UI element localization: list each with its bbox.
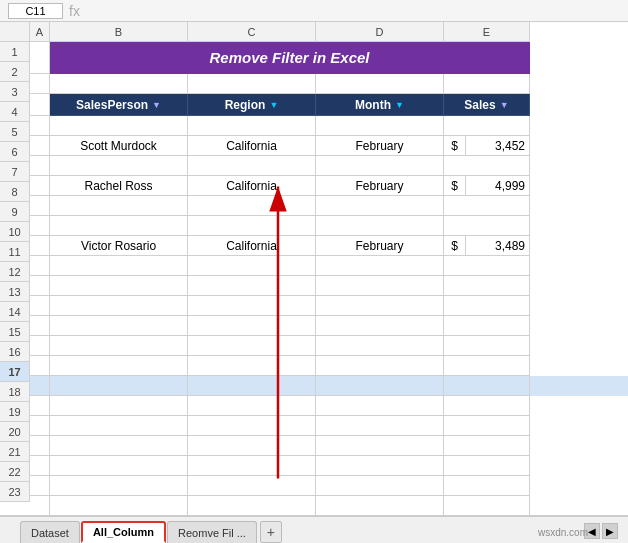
filter-region-icon[interactable]: ▼ bbox=[269, 100, 278, 110]
row-20 bbox=[30, 436, 628, 456]
watermark: wsxdn.com bbox=[538, 527, 588, 538]
row-9 bbox=[30, 216, 628, 236]
tab-allcolumn[interactable]: All_Column bbox=[81, 521, 166, 543]
cell-5D: February bbox=[316, 136, 444, 156]
cell-10E2: 3,489 bbox=[466, 236, 530, 256]
cell-1A bbox=[30, 42, 50, 74]
cell-10D: February bbox=[316, 236, 444, 256]
rn-20: 20 bbox=[0, 422, 30, 442]
rn-16: 16 bbox=[0, 342, 30, 362]
row-2 bbox=[30, 74, 628, 94]
rn-22: 22 bbox=[0, 462, 30, 482]
row-6 bbox=[30, 156, 628, 176]
cell-5E2: 3,452 bbox=[466, 136, 530, 156]
row-14 bbox=[30, 316, 628, 336]
tab-scrollers: ◀ ▶ bbox=[584, 523, 618, 539]
rn-11: 11 bbox=[0, 242, 30, 262]
row-19 bbox=[30, 416, 628, 436]
tab-removefilter-label: Reomve Fil ... bbox=[178, 527, 246, 539]
row-8 bbox=[30, 196, 628, 216]
tab-scroll-right[interactable]: ▶ bbox=[602, 523, 618, 539]
cell-10B: Victor Rosario bbox=[50, 236, 188, 256]
col-header-B: B bbox=[50, 22, 188, 42]
row-21 bbox=[30, 456, 628, 476]
row-numbers: 1 2 3 4 5 6 7 8 9 10 11 12 13 14 15 16 1… bbox=[0, 42, 30, 515]
cell-5E1: $ bbox=[444, 136, 466, 156]
rn-13: 13 bbox=[0, 282, 30, 302]
formula-separator: fx bbox=[69, 3, 80, 19]
rn-4: 4 bbox=[0, 102, 30, 122]
header-salesperson[interactable]: SalesPerson ▼ bbox=[50, 94, 188, 116]
rn-19: 19 bbox=[0, 402, 30, 422]
name-box[interactable] bbox=[8, 3, 63, 19]
cell-2C bbox=[188, 74, 316, 94]
tab-bar: Dataset All_Column Reomve Fil ... + ◀ ▶ … bbox=[0, 515, 628, 543]
rn-18: 18 bbox=[0, 382, 30, 402]
row-5: Scott Murdock California February $ 3,45… bbox=[30, 136, 628, 156]
rn-21: 21 bbox=[0, 442, 30, 462]
header-region-label: Region bbox=[225, 98, 266, 112]
rn-12: 12 bbox=[0, 262, 30, 282]
row-23 bbox=[30, 496, 628, 515]
rn-3: 3 bbox=[0, 82, 30, 102]
rows-area: 1 2 3 4 5 6 7 8 9 10 11 12 13 14 15 16 1… bbox=[0, 42, 628, 515]
row-11 bbox=[30, 256, 628, 276]
col-header-A: A bbox=[30, 22, 50, 42]
tab-allcolumn-label: All_Column bbox=[93, 526, 154, 538]
formula-bar: fx bbox=[0, 0, 628, 22]
row-1: Remove Filter in Excel bbox=[30, 42, 628, 74]
header-salesperson-label: SalesPerson bbox=[76, 98, 148, 112]
rn-7: 7 bbox=[0, 162, 30, 182]
rn-23: 23 bbox=[0, 482, 30, 502]
row-7: Rachel Ross California February $ 4,999 bbox=[30, 176, 628, 196]
add-tab-icon: + bbox=[267, 524, 275, 540]
rn-1: 1 bbox=[0, 42, 30, 62]
cell-2D bbox=[316, 74, 444, 94]
cell-7C: California bbox=[188, 176, 316, 196]
cell-7E1: $ bbox=[444, 176, 466, 196]
header-month[interactable]: Month ▼ bbox=[316, 94, 444, 116]
row-16 bbox=[30, 356, 628, 376]
filter-sales-icon[interactable]: ▼ bbox=[500, 100, 509, 110]
row-10: Victor Rosario California February $ 3,4… bbox=[30, 236, 628, 256]
header-month-label: Month bbox=[355, 98, 391, 112]
row-15 bbox=[30, 336, 628, 356]
rn-5: 5 bbox=[0, 122, 30, 142]
cell-5B: Scott Murdock bbox=[50, 136, 188, 156]
tab-removefilter[interactable]: Reomve Fil ... bbox=[167, 521, 257, 543]
corner-cell bbox=[0, 22, 30, 42]
col-header-D: D bbox=[316, 22, 444, 42]
tab-dataset-label: Dataset bbox=[31, 527, 69, 539]
cell-2B bbox=[50, 74, 188, 94]
tab-dataset[interactable]: Dataset bbox=[20, 521, 80, 543]
tab-add-button[interactable]: + bbox=[260, 521, 282, 543]
col-header-C: C bbox=[188, 22, 316, 42]
col-header-E: E bbox=[444, 22, 530, 42]
cell-2A bbox=[30, 74, 50, 94]
rn-14: 14 bbox=[0, 302, 30, 322]
cell-10C: California bbox=[188, 236, 316, 256]
cell-2E bbox=[444, 74, 530, 94]
row-17 bbox=[30, 376, 628, 396]
header-sales-label: Sales bbox=[464, 98, 495, 112]
filter-month-icon[interactable]: ▼ bbox=[395, 100, 404, 110]
row-12 bbox=[30, 276, 628, 296]
cells-area: Remove Filter in Excel SalesPerson ▼ bbox=[30, 42, 628, 515]
col-header-row: A B C D E bbox=[0, 22, 628, 42]
header-region[interactable]: Region ▼ bbox=[188, 94, 316, 116]
filter-salesperson-icon[interactable]: ▼ bbox=[152, 100, 161, 110]
rn-6: 6 bbox=[0, 142, 30, 162]
excel-app: fx A B C D E 1 2 3 4 5 6 7 8 9 10 bbox=[0, 0, 628, 543]
rn-2: 2 bbox=[0, 62, 30, 82]
cell-7B: Rachel Ross bbox=[50, 176, 188, 196]
cell-5C: California bbox=[188, 136, 316, 156]
rn-17: 17 bbox=[0, 362, 30, 382]
rn-9: 9 bbox=[0, 202, 30, 222]
cell-3A bbox=[30, 94, 50, 116]
sheet-wrapper: A B C D E 1 2 3 4 5 6 7 8 9 10 11 12 13 bbox=[0, 22, 628, 515]
row-4 bbox=[30, 116, 628, 136]
rn-15: 15 bbox=[0, 322, 30, 342]
header-sales[interactable]: Sales ▼ bbox=[444, 94, 530, 116]
cell-7E2: 4,999 bbox=[466, 176, 530, 196]
cell-7D: February bbox=[316, 176, 444, 196]
